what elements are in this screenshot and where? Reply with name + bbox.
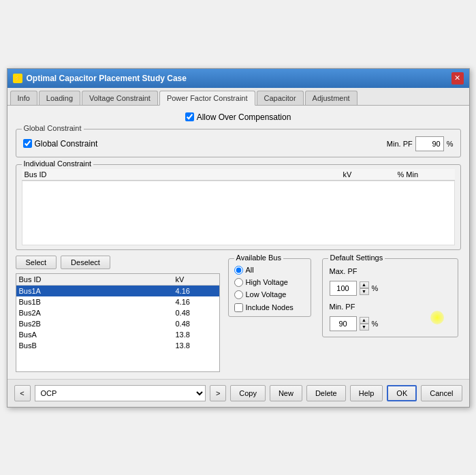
global-constraint-group: Global Constraint Global Constraint Min.… — [16, 129, 461, 157]
global-right: Min. PF % — [387, 136, 454, 151]
forward-button[interactable]: > — [210, 385, 226, 401]
close-button[interactable]: ✕ — [451, 72, 464, 85]
bus-id-busb: BusB — [19, 341, 176, 350]
tab-power-factor[interactable]: Power Factor Constraint — [159, 91, 255, 106]
cursor-highlight — [430, 311, 444, 324]
allow-over-label: Allow Over Compensation — [197, 112, 291, 122]
bus-kv-bus1b: 4.16 — [176, 298, 217, 306]
max-pf-input[interactable] — [330, 281, 357, 296]
min-pf-down[interactable]: ▼ — [360, 324, 369, 331]
titlebar-left: ⚡ Optimal Capacitor Placement Study Case — [13, 74, 187, 83]
window-title: Optimal Capacitor Placement Study Case — [27, 74, 187, 83]
bus-header-id: Bus ID — [19, 275, 176, 284]
bus-id-bus2a: Bus2A — [19, 309, 176, 317]
radio-high-voltage[interactable]: High Voltage — [234, 278, 305, 287]
radio-high-label: High Voltage — [246, 278, 288, 286]
available-bus-label: Available Bus — [234, 254, 283, 262]
tab-info[interactable]: Info — [10, 91, 37, 105]
max-pf-pct: % — [372, 284, 379, 292]
case-select[interactable]: OCP — [35, 385, 206, 401]
ind-header-pct: % Min — [398, 170, 452, 179]
global-min-pf-input[interactable] — [415, 136, 444, 151]
default-settings-group: Default Settings Max. PF ▲ ▼ % Min. PF — [322, 258, 458, 337]
tab-capacitor[interactable]: Capacitor — [257, 91, 304, 105]
radio-group: All High Voltage Low Voltage — [234, 266, 305, 299]
radio-low-voltage[interactable]: Low Voltage — [234, 290, 305, 299]
global-constraint-checkbox[interactable] — [23, 139, 32, 148]
bus-kv-bus1a: 4.16 — [176, 287, 217, 295]
bus-kv-busb: 13.8 — [176, 341, 217, 350]
tab-loading[interactable]: Loading — [39, 91, 80, 105]
min-pf-up[interactable]: ▲ — [360, 317, 369, 324]
bus-id-bus2b: Bus2B — [19, 320, 176, 328]
individual-table-body — [22, 181, 455, 245]
bus-kv-bus2a: 0.48 — [176, 309, 217, 317]
deselect-button[interactable]: Deselect — [61, 256, 110, 269]
individual-table-header: Bus ID kV % Min — [22, 169, 455, 181]
available-bus-group: Available Bus All High Voltage Low Vo — [228, 258, 311, 317]
radio-high-input[interactable] — [234, 278, 243, 287]
global-min-pf-label: Min. PF — [387, 140, 413, 148]
back-button[interactable]: < — [14, 385, 31, 401]
individual-constraint-label: Individual Constraint — [22, 159, 94, 168]
bus-header-kv: kV — [176, 275, 217, 284]
bus-item-busa[interactable]: BusA 13.8 — [16, 329, 219, 340]
global-constraint-label: Global Constraint — [35, 139, 98, 149]
bus-item-bus2b[interactable]: Bus2B 0.48 — [16, 318, 219, 329]
include-nodes-checkbox[interactable] — [234, 303, 243, 312]
left-panel: Select Deselect Bus ID kV Bus1A 4.16 — [16, 256, 220, 372]
default-settings-label: Default Settings — [328, 254, 385, 262]
min-pf-label: Min. PF — [330, 303, 355, 311]
ind-header-bus: Bus ID — [25, 170, 343, 179]
allow-over-checkbox[interactable] — [185, 112, 194, 121]
max-pf-row: Max. PF — [330, 267, 451, 275]
select-buttons: Select Deselect — [16, 256, 220, 269]
bus-item-bus2a[interactable]: Bus2A 0.48 — [16, 307, 219, 318]
bus-list-scroll[interactable]: Bus1A 4.16 Bus1B 4.16 Bus2A 0.48 Bus2B — [16, 286, 219, 371]
tabs-bar: Info Loading Voltage Constraint Power Fa… — [7, 88, 469, 106]
copy-button[interactable]: Copy — [230, 385, 266, 401]
max-pf-up[interactable]: ▲ — [360, 281, 369, 288]
bottom-section: Select Deselect Bus ID kV Bus1A 4.16 — [16, 256, 461, 372]
tab-voltage[interactable]: Voltage Constraint — [82, 91, 158, 105]
min-pf-row: Min. PF — [330, 303, 451, 311]
bus-item-busb[interactable]: BusB 13.8 — [16, 340, 219, 351]
global-pct-label: % — [447, 140, 454, 148]
new-button[interactable]: New — [270, 385, 302, 401]
max-pf-label: Max. PF — [330, 267, 358, 275]
select-button[interactable]: Select — [16, 256, 57, 269]
ok-button[interactable]: OK — [387, 385, 417, 401]
bus-item-bus1a[interactable]: Bus1A 4.16 — [16, 286, 219, 296]
allow-over-row: Allow Over Compensation — [16, 112, 461, 122]
radio-all-label: All — [246, 266, 254, 274]
titlebar: ⚡ Optimal Capacitor Placement Study Case… — [7, 69, 469, 88]
bus-id-bus1a: Bus1A — [19, 287, 176, 295]
radio-all-input[interactable] — [234, 266, 243, 275]
radio-low-input[interactable] — [234, 290, 243, 299]
bus-id-busa: BusA — [19, 331, 176, 339]
help-button[interactable]: Help — [350, 385, 383, 401]
radio-low-label: Low Voltage — [246, 290, 287, 298]
global-constraint-row: Global Constraint Min. PF % — [23, 136, 454, 151]
bus-list-container: Bus ID kV Bus1A 4.16 Bus1B 4.16 — [16, 273, 220, 372]
cancel-button[interactable]: Cancel — [421, 385, 462, 401]
middle-panel: Available Bus All High Voltage Low Vo — [225, 256, 314, 372]
individual-constraint-group: Individual Constraint Bus ID kV % Min — [16, 164, 461, 250]
include-nodes-item[interactable]: Include Nodes — [234, 303, 305, 312]
right-panel: Default Settings Max. PF ▲ ▼ % Min. PF — [319, 256, 461, 372]
min-pf-input[interactable] — [330, 316, 357, 331]
max-pf-down[interactable]: ▼ — [360, 288, 369, 295]
global-left: Global Constraint — [23, 139, 98, 149]
ind-header-kv: kV — [343, 170, 398, 179]
window-icon: ⚡ — [13, 74, 22, 83]
min-pf-input-row: ▲ ▼ % — [330, 316, 451, 331]
bus-item-bus1b[interactable]: Bus1B 4.16 — [16, 296, 219, 307]
include-nodes-label: Include Nodes — [246, 303, 293, 311]
delete-button[interactable]: Delete — [306, 385, 346, 401]
radio-all[interactable]: All — [234, 266, 305, 275]
min-pf-pct: % — [372, 320, 379, 328]
tab-adjustment[interactable]: Adjustment — [305, 91, 358, 105]
bus-kv-bus2b: 0.48 — [176, 320, 217, 328]
bus-id-bus1b: Bus1B — [19, 298, 176, 306]
global-constraint-group-label: Global Constraint — [22, 124, 84, 132]
